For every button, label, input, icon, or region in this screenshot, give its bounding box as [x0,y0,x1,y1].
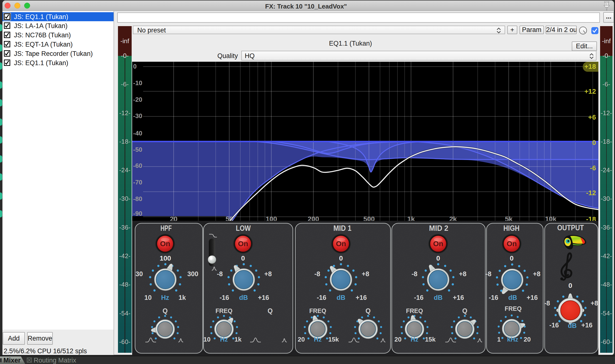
svg-text:100: 100 [266,215,277,221]
svg-text:-6: -6 [590,164,596,172]
svg-text:10k: 10k [545,215,557,221]
svg-text:200: 200 [308,215,319,221]
svg-text:+6: +6 [588,114,596,121]
svg-text:-80: -80 [133,195,142,203]
svg-text:-12: -12 [586,189,596,197]
svg-text:0: 0 [592,139,596,146]
svg-text:1k: 1k [407,215,415,221]
svg-text:-20: -20 [133,96,142,103]
svg-text:2k: 2k [449,215,457,221]
svg-text:-18: -18 [586,215,596,221]
svg-text:+12: +12 [585,88,596,95]
svg-text:-40: -40 [133,130,142,137]
svg-text:-50: -50 [133,146,142,153]
svg-text:-10: -10 [133,79,142,87]
svg-text:-30: -30 [133,112,142,119]
svg-text:-70: -70 [133,179,142,186]
svg-text:0: 0 [133,63,137,70]
svg-text:500: 500 [363,215,375,221]
svg-text:5k: 5k [505,215,513,221]
svg-text:-90: -90 [133,210,142,217]
svg-text:+18: +18 [585,63,596,70]
svg-text:20: 20 [170,215,177,221]
svg-text:-60: -60 [133,162,142,169]
